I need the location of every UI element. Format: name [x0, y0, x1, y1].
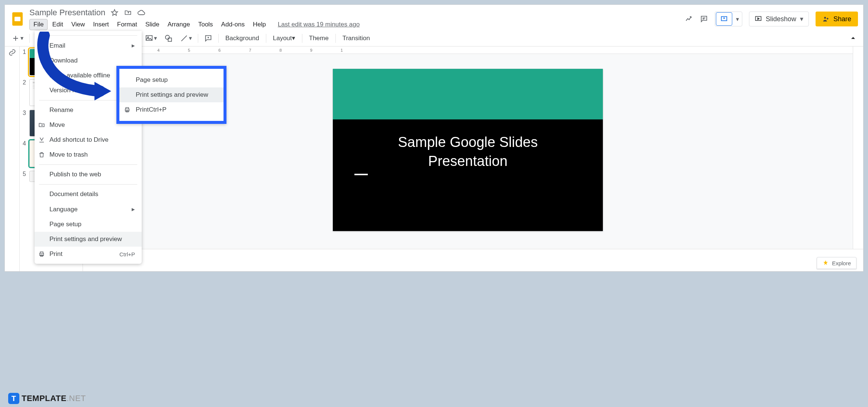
header: Sample Presentation File Edit View Inser…: [5, 5, 863, 30]
slide-canvas[interactable]: Sample Google SlidesPresentation: [333, 69, 603, 231]
cloud-status-icon[interactable]: [137, 9, 145, 17]
present-dropdown[interactable]: ▾: [715, 12, 742, 26]
thumb-num: 1: [23, 49, 27, 76]
image-tool-icon[interactable]: ▾: [142, 32, 160, 45]
menubar: File Edit View Insert Format Slide Arran…: [29, 19, 685, 30]
slideshow-button[interactable]: Slideshow ▾: [749, 12, 809, 26]
slide-dash: [354, 174, 368, 175]
arrow-annotation: [37, 32, 122, 102]
menu-move-trash[interactable]: Move to trash: [35, 147, 142, 162]
trend-icon[interactable]: [685, 15, 693, 23]
sub-print-settings[interactable]: Print settings and preview: [119, 87, 224, 102]
menu-slide[interactable]: Slide: [142, 19, 163, 30]
menu-format[interactable]: Format: [113, 19, 141, 30]
slides-logo[interactable]: [10, 12, 25, 26]
slide-title: Sample Google SlidesPresentation: [333, 119, 603, 171]
menu-print-settings[interactable]: Print settings and preview: [35, 232, 142, 247]
menu-publish[interactable]: Publish to the web: [35, 167, 142, 182]
hide-menus-icon[interactable]: [847, 33, 859, 44]
menu-print[interactable]: PrintCtrl+P: [35, 247, 142, 262]
comments-icon[interactable]: [700, 15, 708, 23]
svg-point-4: [824, 17, 826, 19]
thumb-num: 4: [23, 140, 27, 167]
theme-button[interactable]: Theme: [305, 32, 332, 44]
menu-doc-details[interactable]: Document details: [35, 187, 142, 202]
comment-tool-icon[interactable]: [201, 32, 215, 45]
svg-rect-8: [168, 38, 171, 41]
thumb-num: 3: [23, 110, 27, 137]
svg-point-7: [165, 35, 170, 39]
sub-print[interactable]: PrintCtrl+P: [119, 102, 224, 117]
submenu-highlight: Page setup Print settings and preview Pr…: [116, 66, 226, 124]
share-label: Share: [833, 15, 851, 23]
menu-file[interactable]: File: [29, 19, 48, 30]
menu-add-shortcut[interactable]: Add shortcut to Drive: [35, 132, 142, 147]
last-edit-link[interactable]: Last edit was 19 minutes ago: [278, 21, 360, 28]
explore-button[interactable]: Explore: [817, 257, 856, 269]
speaker-notes[interactable]: d speaker notes: [83, 249, 863, 271]
ruler: 4567891: [83, 47, 853, 54]
menu-addons[interactable]: Add-ons: [218, 19, 248, 30]
left-sidebar: [5, 47, 20, 271]
shape-tool-icon[interactable]: [161, 32, 176, 45]
layout-button[interactable]: Layout▾: [269, 32, 299, 44]
new-slide-button[interactable]: ▾: [9, 32, 26, 45]
menu-insert[interactable]: Insert: [89, 19, 113, 30]
thumb-num: 2: [23, 79, 27, 106]
explore-label: Explore: [832, 260, 851, 266]
star-icon[interactable]: [110, 9, 119, 17]
menu-help[interactable]: Help: [249, 19, 270, 30]
menu-view[interactable]: View: [68, 19, 89, 30]
menu-edit[interactable]: Edit: [48, 19, 67, 30]
document-title[interactable]: Sample Presentation: [29, 8, 105, 17]
menu-tools[interactable]: Tools: [195, 19, 217, 30]
transition-button[interactable]: Transition: [339, 32, 374, 44]
background-button[interactable]: Background: [222, 32, 263, 44]
slideshow-label: Slideshow: [766, 15, 796, 23]
line-tool-icon[interactable]: ▾: [177, 32, 195, 45]
menu-page-setup[interactable]: Page setup: [35, 217, 142, 232]
thumb-num: 5: [23, 171, 27, 182]
menu-language[interactable]: Language▸: [35, 202, 142, 217]
menu-arrange[interactable]: Arrange: [164, 19, 193, 30]
right-sidebar: [853, 47, 863, 271]
link-icon[interactable]: [9, 49, 16, 56]
svg-rect-1: [15, 17, 20, 21]
sub-page-setup[interactable]: Page setup: [119, 73, 224, 87]
share-button[interactable]: Share: [816, 12, 858, 26]
app-window: Sample Presentation File Edit View Inser…: [4, 4, 864, 272]
move-folder-icon[interactable]: [124, 9, 132, 17]
